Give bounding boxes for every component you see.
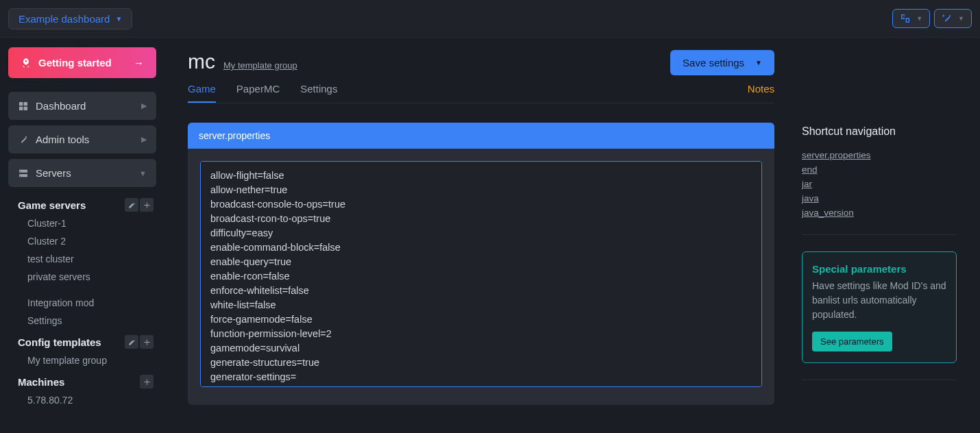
sidebar-section-dashboard[interactable]: Dashboard ▶	[8, 92, 156, 120]
tab-settings[interactable]: Settings	[300, 83, 337, 103]
sidebar-item-machine[interactable]: 5.78.80.72	[8, 391, 156, 409]
dashboard-selector-label: Example dashboard	[19, 13, 110, 25]
wand-icon	[942, 13, 953, 24]
save-settings-button[interactable]: Save settings ▼	[670, 50, 774, 75]
chevron-down-icon: ▼	[115, 15, 122, 23]
chevron-down-icon: ▼	[139, 169, 147, 177]
plus-icon	[143, 378, 151, 386]
shortcut-link[interactable]: jar	[802, 179, 957, 189]
group-header-game-servers: Game servers	[18, 199, 86, 211]
add-button[interactable]	[140, 335, 154, 349]
shortcut-nav-title: Shortcut navigation	[802, 125, 957, 138]
getting-started-button[interactable]: Getting started →	[8, 47, 156, 78]
tab-notes[interactable]: Notes	[748, 83, 774, 103]
sidebar-section-label: Servers	[36, 167, 71, 179]
translate-icon	[900, 13, 911, 24]
info-box: Special parameters Have settings like Mo…	[802, 251, 957, 363]
plus-icon	[143, 201, 151, 209]
info-title: Special parameters	[812, 263, 946, 275]
shortcut-link[interactable]: server.properties	[802, 150, 957, 160]
chevron-down-icon: ▼	[916, 15, 922, 22]
group-header-machines: Machines	[18, 376, 64, 388]
info-text: Have settings like Mod ID's and banlist …	[812, 279, 946, 322]
save-button-label: Save settings	[683, 57, 744, 69]
chevron-down-icon: ▼	[755, 59, 762, 66]
page-title: mc	[188, 50, 215, 73]
translate-button[interactable]: ▼	[892, 9, 930, 28]
sidebar-item-template-group[interactable]: My template group	[8, 351, 156, 369]
edit-button[interactable]	[125, 335, 138, 349]
sidebar-item-integration-mod[interactable]: Integration mod	[8, 294, 156, 312]
chevron-right-icon: ▶	[141, 135, 147, 144]
sidebar-item-settings[interactable]: Settings	[8, 312, 156, 330]
tab-papermc[interactable]: PaperMC	[236, 83, 280, 103]
add-button[interactable]	[140, 375, 154, 388]
group-header-config-templates: Config templates	[18, 336, 101, 348]
chevron-down-icon: ▼	[958, 15, 964, 22]
sidebar-item-test-cluster[interactable]: test cluster	[8, 250, 156, 268]
plus-icon	[143, 338, 151, 346]
sidebar-item-cluster2[interactable]: Cluster 2	[8, 232, 156, 250]
sidebar-section-admin[interactable]: Admin tools ▶	[8, 125, 156, 153]
sidebar-section-label: Admin tools	[36, 134, 89, 145]
config-editor[interactable]	[200, 161, 762, 387]
add-button[interactable]	[140, 198, 154, 212]
server-icon	[18, 168, 29, 179]
tab-game[interactable]: Game	[188, 83, 216, 103]
wand-icon	[18, 134, 29, 145]
sidebar-section-servers[interactable]: Servers ▼	[8, 159, 156, 187]
chevron-right-icon: ▶	[141, 101, 147, 110]
dashboard-selector[interactable]: Example dashboard ▼	[8, 8, 132, 29]
shortcut-link[interactable]: end	[802, 164, 957, 175]
pencil-icon	[128, 338, 136, 346]
divider	[802, 234, 957, 235]
edit-button[interactable]	[125, 198, 138, 212]
arrow-right-icon: →	[134, 57, 144, 69]
getting-started-label: Getting started	[38, 57, 112, 69]
shortcut-link[interactable]: java	[802, 193, 957, 203]
rocket-icon	[21, 58, 32, 69]
magic-button[interactable]: ▼	[934, 9, 972, 28]
sidebar-section-label: Dashboard	[36, 100, 86, 112]
grid-icon	[18, 101, 29, 112]
shortcut-link[interactable]: java_version	[802, 208, 957, 218]
pencil-icon	[128, 201, 136, 209]
page-subtitle-link[interactable]: My template group	[223, 60, 297, 71]
divider	[802, 380, 957, 380]
sidebar-item-cluster1[interactable]: Cluster-1	[8, 214, 156, 232]
sidebar-item-private-servers[interactable]: private servers	[8, 268, 156, 286]
panel-header: server.properties	[188, 123, 774, 149]
see-parameters-button[interactable]: See parameters	[812, 332, 892, 351]
